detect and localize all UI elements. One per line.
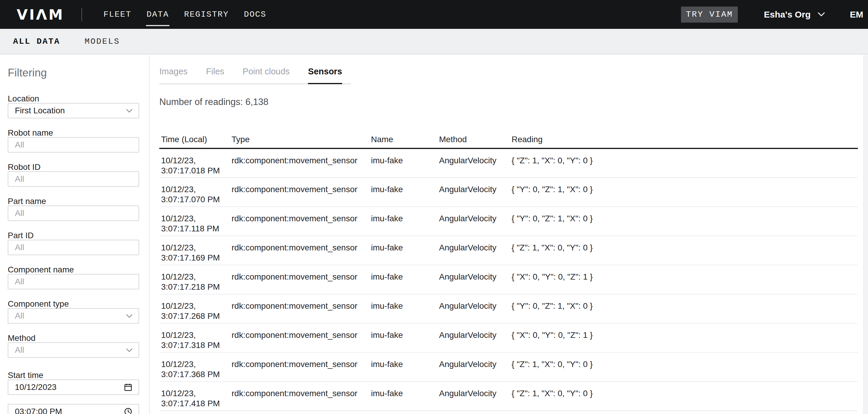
chevron-down-icon	[126, 109, 132, 113]
filter-location: Location First Location	[8, 94, 139, 118]
cell-name: imu-fake	[369, 265, 437, 294]
tab-images[interactable]: Images	[159, 66, 188, 84]
top-nav: VIΛM FLEET DATA REGISTRY DOCS TRY VIAM E…	[0, 0, 868, 29]
cell-time: 10/12/23, 3:07:17.169 PM	[159, 236, 230, 265]
cell-name: imu-fake	[369, 178, 437, 207]
filter-part-name: Part name	[8, 197, 139, 221]
try-viam-button[interactable]: TRY VIAM	[681, 6, 738, 23]
chevron-down-icon	[126, 348, 132, 352]
method-label: Method	[8, 334, 139, 342]
scrollbar[interactable]	[863, 55, 868, 414]
col-name: Name	[369, 135, 437, 148]
start-time-value: 03:07:00 PM	[15, 407, 62, 414]
nav-item-docs[interactable]: DOCS	[244, 10, 266, 19]
cell-time: 10/12/23, 3:07:17.018 PM	[159, 148, 230, 178]
col-type: Type	[230, 135, 369, 148]
filter-start-time-clock: 03:07:00 PM	[8, 404, 139, 414]
data-content: Images Files Point clouds Sensors Number…	[150, 55, 863, 414]
nav-divider	[82, 8, 82, 22]
cell-time: 10/12/23, 3:07:17.418 PM	[159, 382, 230, 411]
robot-name-input[interactable]	[8, 137, 139, 153]
filter-component-type: Component type All	[8, 299, 139, 324]
table-row[interactable]: 10/12/23, 3:07:17.070 PM rdk:component:m…	[159, 178, 858, 207]
tab-point-clouds[interactable]: Point clouds	[243, 66, 289, 84]
cell-type: rdk:component:movement_sensor	[230, 178, 369, 207]
cell-type: rdk:component:movement_sensor	[230, 236, 369, 265]
start-time-input[interactable]: 03:07:00 PM	[8, 404, 139, 414]
col-time: Time (Local)	[159, 135, 230, 148]
chevron-down-icon	[126, 314, 132, 318]
start-time-label: Start time	[8, 371, 139, 380]
cell-time: 10/12/23, 3:07:17.368 PM	[159, 352, 230, 382]
table-row[interactable]: 10/12/23, 3:07:17.118 PM rdk:component:m…	[159, 207, 858, 236]
robot-id-label: Robot ID	[8, 163, 139, 171]
table-row[interactable]: 10/12/23, 3:07:17.368 PM rdk:component:m…	[159, 352, 858, 382]
col-reading: Reading	[510, 135, 858, 148]
table-row[interactable]: 10/12/23, 3:07:17.268 PM rdk:component:m…	[159, 294, 858, 323]
filter-robot-id: Robot ID	[8, 163, 139, 187]
filter-start-time: Start time 10/12/2023	[8, 371, 139, 395]
readings-count: Number of readings: 6,138	[159, 97, 863, 107]
table-row[interactable]: 10/12/23, 3:07:17.218 PM rdk:component:m…	[159, 265, 858, 294]
nav-item-registry[interactable]: REGISTRY	[184, 10, 228, 19]
cell-type: rdk:component:movement_sensor	[230, 265, 369, 294]
component-name-label: Component name	[8, 265, 139, 274]
table-row[interactable]: 10/12/23, 3:07:17.318 PM rdk:component:m…	[159, 323, 858, 352]
cell-type: rdk:component:movement_sensor	[230, 207, 369, 236]
part-name-label: Part name	[8, 197, 139, 206]
location-label: Location	[8, 94, 139, 103]
location-select[interactable]: First Location	[8, 103, 139, 118]
cell-method: AngularVelocity	[437, 148, 510, 178]
org-switcher[interactable]: Esha's Org	[764, 9, 825, 20]
cell-reading: { "Z": 1, "X": 0, "Y": 0 }	[510, 382, 858, 411]
table-row[interactable]: 10/12/23, 3:07:17.169 PM rdk:component:m…	[159, 236, 858, 265]
component-type-label: Component type	[8, 299, 139, 308]
part-name-input[interactable]	[8, 206, 139, 221]
component-name-input[interactable]	[8, 274, 139, 289]
method-value: All	[15, 345, 24, 355]
cell-type: rdk:component:movement_sensor	[230, 323, 369, 352]
start-date-input[interactable]: 10/12/2023	[8, 380, 139, 395]
method-select[interactable]: All	[8, 342, 139, 358]
viam-logo[interactable]: VIΛM	[17, 6, 64, 23]
tab-all-data[interactable]: ALL DATA	[13, 37, 60, 46]
tab-sensors[interactable]: Sensors	[308, 66, 342, 84]
cell-time: 10/12/23, 3:07:17.268 PM	[159, 294, 230, 323]
part-id-label: Part ID	[8, 231, 139, 240]
tab-models[interactable]: MODELS	[85, 37, 120, 46]
location-value: First Location	[15, 106, 65, 115]
nav-item-fleet[interactable]: FLEET	[103, 10, 131, 19]
cell-reading: { "Y": 0, "Z": 1, "X": 0 }	[510, 207, 858, 236]
table-row[interactable]: 10/12/23, 3:07:17.418 PM rdk:component:m…	[159, 382, 858, 411]
component-type-value: All	[15, 311, 24, 321]
col-method: Method	[437, 135, 510, 148]
cell-reading: { "Z": 1, "X": 0, "Y": 0 }	[510, 236, 858, 265]
filtering-title: Filtering	[8, 67, 139, 79]
nav-item-data[interactable]: DATA	[147, 10, 169, 19]
tab-files[interactable]: Files	[206, 66, 224, 84]
cell-name: imu-fake	[369, 323, 437, 352]
cell-method: AngularVelocity	[437, 236, 510, 265]
avatar[interactable]: EM	[850, 9, 863, 20]
cell-name: imu-fake	[369, 352, 437, 382]
robot-id-input[interactable]	[8, 171, 139, 187]
robot-name-label: Robot name	[8, 128, 139, 137]
cell-reading: { "Y": 0, "Z": 1, "X": 0 }	[510, 294, 858, 323]
filter-part-id: Part ID	[8, 231, 139, 255]
cell-name: imu-fake	[369, 236, 437, 265]
cell-name: imu-fake	[369, 382, 437, 411]
component-type-select[interactable]: All	[8, 308, 139, 324]
table-row[interactable]: 10/12/23, 3:07:17.018 PM rdk:component:m…	[159, 148, 858, 178]
filter-robot-name: Robot name	[8, 128, 139, 153]
cell-name: imu-fake	[369, 294, 437, 323]
filter-method: Method All	[8, 334, 139, 358]
cell-type: rdk:component:movement_sensor	[230, 294, 369, 323]
calendar-icon[interactable]	[124, 383, 132, 392]
cell-name: imu-fake	[369, 207, 437, 236]
cell-type: rdk:component:movement_sensor	[230, 148, 369, 178]
cell-type: rdk:component:movement_sensor	[230, 352, 369, 382]
part-id-input[interactable]	[8, 240, 139, 255]
cell-reading: { "X": 0, "Y": 0, "Z": 1 }	[510, 323, 858, 352]
clock-icon[interactable]	[124, 407, 132, 414]
cell-method: AngularVelocity	[437, 382, 510, 411]
